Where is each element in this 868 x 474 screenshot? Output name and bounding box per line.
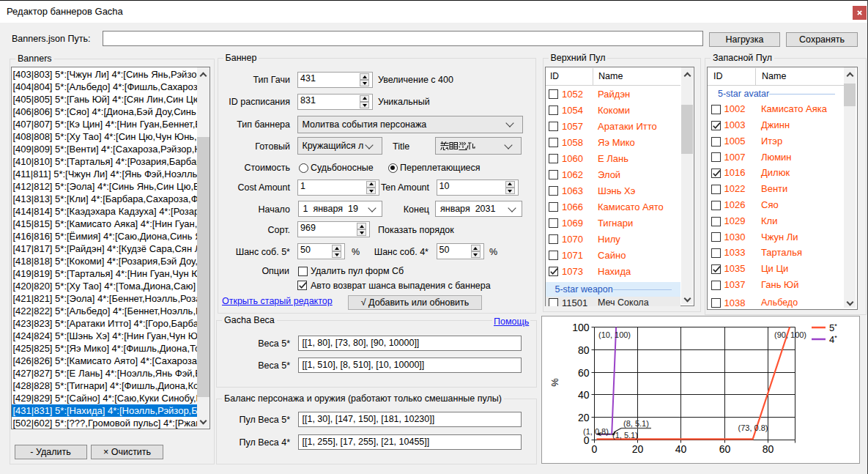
svg-text:20: 20 bbox=[578, 412, 590, 423]
svg-text:(73, 0.8): (73, 0.8) bbox=[738, 423, 768, 432]
svg-text:(1, 5.1): (1, 5.1) bbox=[612, 431, 638, 440]
svg-text:%: % bbox=[549, 378, 560, 387]
svg-text:60: 60 bbox=[578, 367, 590, 379]
svg-text:60: 60 bbox=[719, 443, 731, 455]
svg-text:4*: 4* bbox=[829, 334, 837, 345]
svg-text:(10, 100): (10, 100) bbox=[598, 330, 631, 339]
svg-text:80: 80 bbox=[578, 344, 590, 356]
svg-text:(90, 100): (90, 100) bbox=[774, 330, 806, 339]
svg-text:5*: 5* bbox=[829, 322, 837, 333]
svg-text:20: 20 bbox=[632, 443, 644, 455]
svg-text:40: 40 bbox=[675, 443, 687, 455]
svg-text:40: 40 bbox=[578, 389, 590, 401]
svg-text:100: 100 bbox=[572, 322, 590, 333]
svg-text:(8, 5.1): (8, 5.1) bbox=[623, 419, 649, 428]
svg-text:80: 80 bbox=[763, 443, 774, 455]
svg-text:0: 0 bbox=[592, 443, 598, 455]
svg-text:(1, 0.8): (1, 0.8) bbox=[583, 427, 609, 436]
